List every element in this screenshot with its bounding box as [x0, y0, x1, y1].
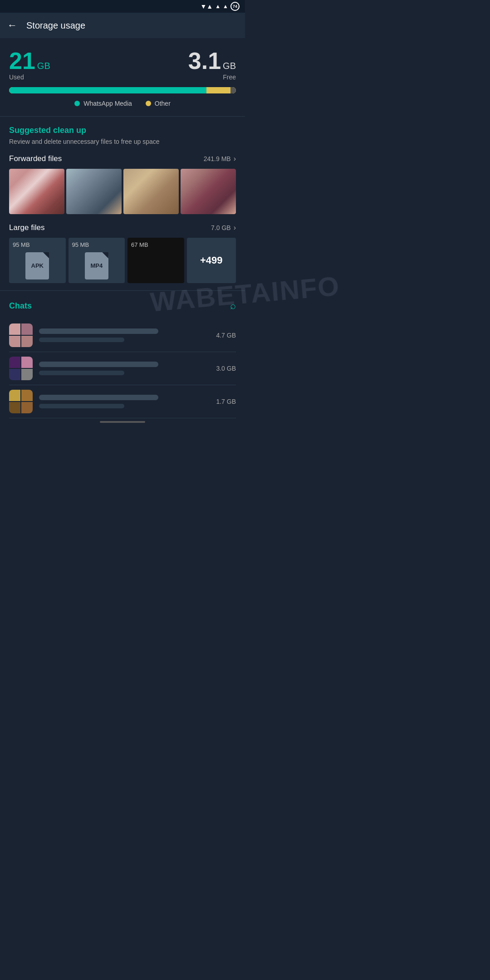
chats-title: Chats [9, 301, 32, 311]
legend-whatsapp: WhatsApp Media [74, 100, 132, 107]
chat-avatar-3 [9, 390, 33, 413]
file-tile-more-count: +499 [200, 255, 223, 266]
forwarded-files-label: Forwarded files [9, 154, 62, 163]
battery-label: 74 [233, 4, 237, 9]
storage-used-label: Used [9, 74, 50, 81]
storage-used-unit: GB [37, 61, 50, 71]
legend-other: Other [146, 100, 171, 107]
chat-size-3: 1.7 GB [216, 398, 236, 405]
status-icons: ▼▲ ▲ ▲ 74 [201, 2, 240, 11]
storage-used-number: 21 [9, 49, 35, 73]
page-title: Storage usage [26, 20, 85, 31]
file-type-apk: APK [31, 262, 44, 269]
signal2-icon: ▲ [223, 3, 228, 10]
chat-size-2: 3.0 GB [216, 365, 236, 372]
large-files-row[interactable]: Large files 7.0 GB › [9, 223, 236, 232]
avatar-cell-1a [9, 323, 20, 335]
large-files-right: 7.0 GB › [211, 224, 236, 232]
storage-free-main: 3.1 GB [188, 49, 236, 73]
avatar-cell-3c [9, 402, 20, 413]
chat-name-bar-3 [39, 395, 158, 400]
avatar-cell-2b [21, 357, 33, 368]
storage-free: 3.1 GB Free [188, 49, 236, 81]
file-tile-mp4[interactable]: 95 MB MP4 [69, 238, 125, 283]
chats-section: Chats ⌕ 4.7 GB 3.0 GB [0, 291, 245, 418]
suggested-cleanup-subtitle: Review and delete unnecessary files to f… [9, 138, 236, 145]
chat-avatar-2 [9, 357, 33, 380]
avatar-cell-2d [21, 369, 33, 380]
chats-search-button[interactable]: ⌕ [230, 300, 236, 312]
back-button[interactable]: ← [7, 20, 17, 31]
app-header: ← Storage usage [0, 13, 245, 38]
chat-name-bar-2 [39, 362, 158, 367]
storage-used: 21 GB Used [9, 49, 50, 81]
thumbnail-1 [9, 169, 64, 214]
file-icon-apk: APK [25, 252, 49, 279]
legend-dot-other [146, 101, 151, 106]
storage-free-number: 3.1 [188, 49, 221, 73]
file-tile-unknown-size: 67 MB [131, 241, 148, 248]
forwarded-files-chevron: › [234, 155, 236, 163]
file-icon-mp4: MP4 [85, 252, 108, 279]
chat-name-bar-1 [39, 328, 158, 334]
storage-numbers: 21 GB Used 3.1 GB Free [9, 49, 236, 81]
legend-other-label: Other [155, 100, 171, 107]
file-tile-mp4-size: 95 MB [72, 241, 89, 248]
avatar-cell-3b [21, 390, 33, 401]
chat-sub-bar-2 [39, 371, 124, 375]
storage-used-main: 21 GB [9, 49, 50, 73]
file-tile-apk-size: 95 MB [13, 241, 30, 248]
file-icon-mp4-wrapper: MP4 [72, 252, 122, 279]
forwarded-thumbnails[interactable] [9, 169, 236, 214]
chat-info-1 [39, 328, 210, 342]
large-files-chevron: › [234, 224, 236, 232]
storage-progress-bar [9, 87, 236, 93]
nav-indicator [100, 421, 145, 423]
large-files-label: Large files [9, 223, 44, 232]
avatar-cell-3a [9, 390, 20, 401]
storage-free-unit: GB [223, 61, 236, 71]
chat-info-3 [39, 395, 210, 408]
storage-progress-end [230, 87, 236, 93]
avatar-cell-2a [9, 357, 20, 368]
status-bar: ▼▲ ▲ ▲ 74 [0, 0, 245, 13]
thumbnail-2 [66, 169, 122, 214]
storage-progress-used [9, 87, 206, 93]
storage-section: 21 GB Used 3.1 GB Free WhatsApp Media Ot… [0, 38, 245, 116]
avatar-cell-3d [21, 402, 33, 413]
chat-info-2 [39, 362, 210, 375]
storage-free-label: Free [223, 74, 236, 81]
chat-sub-bar-1 [39, 338, 124, 342]
chat-item-3[interactable]: 1.7 GB [9, 385, 236, 418]
forwarded-files-size: 241.9 MB [204, 155, 231, 162]
file-icon-apk-wrapper: APK [13, 252, 62, 279]
large-files-size: 7.0 GB [211, 224, 231, 231]
avatar-cell-1d [21, 336, 33, 347]
legend-whatsapp-label: WhatsApp Media [83, 100, 132, 107]
file-type-mp4: MP4 [90, 262, 103, 269]
signal1-icon: ▲ [215, 3, 220, 10]
legend-dot-whatsapp [74, 101, 80, 106]
battery-indicator: 74 [230, 2, 240, 11]
avatar-cell-1c [9, 336, 20, 347]
chats-header: Chats ⌕ [9, 300, 236, 312]
chat-size-1: 4.7 GB [216, 332, 236, 339]
chat-avatar-1 [9, 323, 33, 347]
chat-item-1[interactable]: 4.7 GB [9, 319, 236, 352]
chat-sub-bar-3 [39, 404, 124, 408]
storage-legend: WhatsApp Media Other [9, 100, 236, 107]
large-files-tiles: 95 MB APK 95 MB MP4 67 MB +499 [9, 238, 236, 283]
forwarded-files-row[interactable]: Forwarded files 241.9 MB › [9, 154, 236, 163]
thumbnail-3 [123, 169, 179, 214]
suggested-cleanup-section: Suggested clean up Review and delete unn… [0, 117, 245, 290]
avatar-cell-2c [9, 369, 20, 380]
chat-item-2[interactable]: 3.0 GB [9, 352, 236, 385]
wifi-icon: ▼▲ [201, 3, 213, 10]
thumbnail-4 [181, 169, 236, 214]
avatar-cell-1b [21, 323, 33, 335]
bottom-nav [0, 418, 245, 429]
file-tile-unknown[interactable]: 67 MB [127, 238, 184, 283]
file-tile-more[interactable]: +499 [187, 238, 236, 283]
file-tile-apk[interactable]: 95 MB APK [9, 238, 66, 283]
suggested-cleanup-title: Suggested clean up [9, 126, 236, 135]
